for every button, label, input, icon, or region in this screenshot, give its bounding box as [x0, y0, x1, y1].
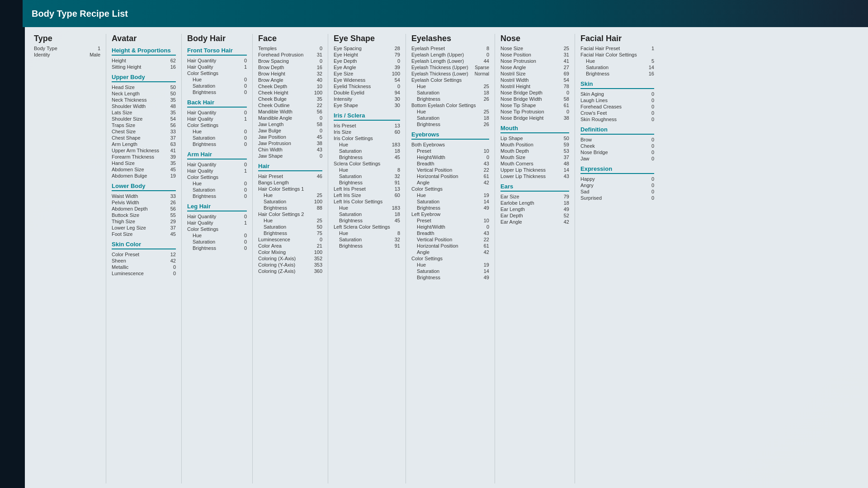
avatar-header: Avatar: [112, 34, 176, 43]
eyelashes-header: Eyelashes: [411, 34, 489, 43]
nose-column: Nose Nose Size25 Nose Position31 Nose Pr…: [500, 34, 575, 483]
eye-shape-header: Eye Shape: [334, 34, 400, 43]
title-bar: Body Type Recipe List: [23, 0, 868, 27]
iris-sclera-header: Iris / Sclera: [334, 112, 400, 121]
identity-label: Identity: [34, 52, 89, 57]
mouth-header: Mouth: [500, 125, 569, 133]
face-header: Face: [258, 34, 322, 43]
face-column: Face Temples0 Forehead Protrusion31 Brow…: [258, 34, 328, 483]
main-panel: Type Body Type 1 Identity Male Avatar He…: [25, 27, 868, 488]
back-hair-header: Back Hair: [187, 99, 247, 108]
definition-header: Definition: [580, 126, 654, 135]
type-column: Type Body Type 1 Identity Male: [34, 34, 106, 483]
height-proportions-header: Height & Proportions: [112, 47, 176, 56]
leg-hair-header: Leg Hair: [187, 203, 247, 211]
nose-header: Nose: [500, 34, 569, 43]
expression-header: Expression: [580, 165, 654, 174]
body-type-value: 1: [89, 46, 100, 51]
upper-body-header: Upper Body: [112, 74, 176, 82]
skin-header: Skin: [580, 80, 654, 89]
page-title: Body Type Recipe List: [32, 9, 128, 19]
skin-color-header: Skin Color: [112, 241, 176, 249]
arm-hair-header: Arm Hair: [187, 151, 247, 160]
eye-shape-column: Eye Shape Eye Spacing28 Eye Height79 Eye…: [334, 34, 406, 483]
identity-row: Identity Male: [34, 52, 100, 58]
facial-hair-header: Facial Hair: [580, 34, 654, 43]
body-type-label: Body Type: [34, 46, 89, 51]
avatar-column: Avatar Height & Proportions Height 62 Si…: [112, 34, 182, 483]
eyelashes-column: Eyelashes Eyelash Preset8 Eyelash Length…: [411, 34, 495, 483]
body-hair-column: Body Hair Front Torso Hair Hair Quantity…: [187, 34, 253, 483]
identity-value: Male: [89, 52, 100, 57]
ears-header: Ears: [500, 183, 569, 192]
hair-header: Hair: [258, 163, 322, 171]
content-grid: Type Body Type 1 Identity Male Avatar He…: [34, 34, 859, 483]
body-type-row: Body Type 1: [34, 45, 100, 52]
left-sidebar: [0, 0, 25, 488]
body-hair-main-header: Body Hair: [187, 34, 247, 43]
lower-body-header: Lower Body: [112, 183, 176, 191]
type-header: Type: [34, 34, 100, 43]
front-torso-hair-header: Front Torso Hair: [187, 47, 247, 56]
eyebrows-header: Eyebrows: [411, 131, 489, 140]
sitting-height-row: Sitting Height 16: [112, 64, 176, 70]
facial-hair-column: Facial Hair Facial Hair Preset1 Facial H…: [580, 34, 660, 483]
height-row: Height 62: [112, 57, 176, 64]
